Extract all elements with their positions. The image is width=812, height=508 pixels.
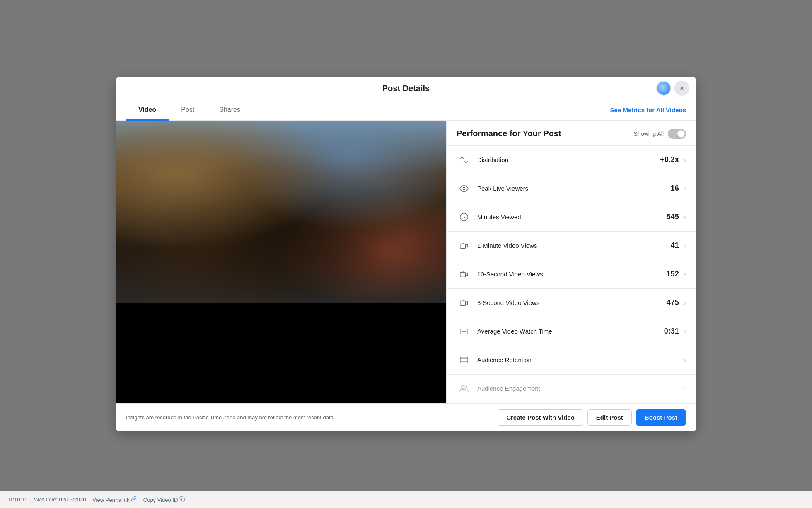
chevron-right-icon: › [684, 299, 686, 307]
showing-all-label: Showing All [634, 131, 664, 137]
metric-value-minutes-viewed: 545 [667, 213, 679, 221]
metric-value-peak-live-viewers: 16 [671, 184, 679, 193]
svg-rect-3 [460, 244, 466, 248]
modal-overlay: Post Details × Video Post Shares See Met… [0, 0, 812, 508]
chevron-right-icon: › [684, 356, 686, 364]
edit-post-button[interactable]: Edit Post [587, 409, 632, 426]
chevron-right-icon: › [684, 271, 686, 278]
video-background [116, 121, 446, 303]
video-thumbnail [116, 121, 446, 303]
people-icon [457, 381, 471, 396]
metric-value-three-second-video-views: 475 [667, 298, 679, 307]
film-strip-icon [457, 353, 471, 368]
video-rect-icon [457, 324, 471, 339]
modal-title: Post Details [382, 84, 430, 93]
video-camera-3-icon [457, 295, 471, 310]
metric-value-ten-second-video-views: 152 [667, 270, 679, 278]
metric-row-audience-engagement[interactable]: Audience Engagement › [447, 375, 696, 403]
footer-buttons: Create Post With Video Edit Post Boost P… [498, 409, 686, 426]
chevron-right-icon: › [684, 328, 686, 335]
boost-post-button[interactable]: Boost Post [636, 409, 686, 426]
chevron-right-icon: › [684, 185, 686, 192]
svg-point-21 [462, 385, 464, 388]
svg-rect-6 [460, 272, 466, 277]
metric-label-distribution: Distribution [477, 156, 660, 163]
svg-point-1 [463, 187, 465, 190]
updown-arrows-icon [457, 152, 471, 167]
svg-rect-14 [460, 357, 468, 363]
metric-value-one-minute-video-views: 41 [671, 241, 679, 250]
metric-row-three-second-video-views[interactable]: 3-Second Video Views 475 › [447, 289, 696, 317]
metric-label-avg-watch-time: Average Video Watch Time [477, 328, 664, 335]
metric-row-audience-retention[interactable]: Audience Retention › [447, 346, 696, 375]
metric-label-ten-second-video-views: 10-Second Video Views [477, 271, 667, 278]
modal-body: 01:10:15 · Was Live: 02/09/2020 · View P… [116, 121, 696, 403]
create-post-with-video-button[interactable]: Create Post With Video [498, 409, 583, 426]
metric-row-peak-live-viewers[interactable]: Peak Live Viewers 16 › [447, 174, 696, 203]
metric-row-one-minute-video-views[interactable]: 1-Minute Video Views 41 › [447, 232, 696, 260]
clock-icon [457, 210, 471, 225]
svg-rect-9 [460, 301, 466, 305]
tabs-bar: Video Post Shares See Metrics for All Vi… [116, 100, 696, 121]
showing-all-row: Showing All [634, 129, 686, 139]
metric-value-distribution: +0.2x [660, 155, 679, 164]
metric-row-ten-second-video-views[interactable]: 10-Second Video Views 152 › [447, 260, 696, 289]
metric-label-minutes-viewed: Minutes Viewed [477, 213, 667, 220]
metric-label-three-second-video-views: 3-Second Video Views [477, 299, 667, 306]
metric-label-audience-engagement: Audience Engagement [477, 385, 679, 392]
footer-note: Insights are recorded in the Pacific Tim… [126, 414, 498, 421]
chevron-right-icon: › [684, 156, 686, 164]
metric-label-peak-live-viewers: Peak Live Viewers [477, 185, 671, 192]
metrics-title: Performance for Your Post [457, 129, 561, 138]
avatar [656, 81, 671, 96]
chevron-right-icon: › [684, 385, 686, 392]
video-container [116, 121, 446, 403]
metric-label-audience-retention: Audience Retention [477, 356, 679, 363]
metric-label-one-minute-video-views: 1-Minute Video Views [477, 242, 671, 249]
modal-footer: Insights are recorded in the Pacific Tim… [116, 403, 696, 431]
video-camera-2-icon [457, 267, 471, 282]
see-metrics-link[interactable]: See Metrics for All Videos [610, 106, 686, 114]
video-panel: 01:10:15 · Was Live: 02/09/2020 · View P… [116, 121, 447, 403]
metrics-header: Performance for Your Post Showing All [447, 121, 696, 146]
eye-icon [457, 181, 471, 196]
close-button[interactable]: × [674, 81, 689, 96]
metric-row-distribution[interactable]: Distribution +0.2x › [447, 146, 696, 174]
chevron-right-icon: › [684, 213, 686, 221]
modal-header: Post Details × [116, 77, 696, 100]
post-details-modal: Post Details × Video Post Shares See Met… [116, 77, 696, 431]
video-camera-icon [457, 238, 471, 253]
tab-shares[interactable]: Shares [207, 100, 253, 121]
tab-video[interactable]: Video [126, 100, 169, 121]
metrics-panel: Performance for Your Post Showing All [447, 121, 696, 403]
metric-row-minutes-viewed[interactable]: Minutes Viewed 545 › [447, 203, 696, 232]
tab-post[interactable]: Post [169, 100, 207, 121]
metric-row-avg-watch-time[interactable]: Average Video Watch Time 0:31 › [447, 317, 696, 346]
metric-value-avg-watch-time: 0:31 [664, 327, 679, 336]
showing-all-toggle[interactable] [668, 129, 686, 139]
chevron-right-icon: › [684, 242, 686, 249]
